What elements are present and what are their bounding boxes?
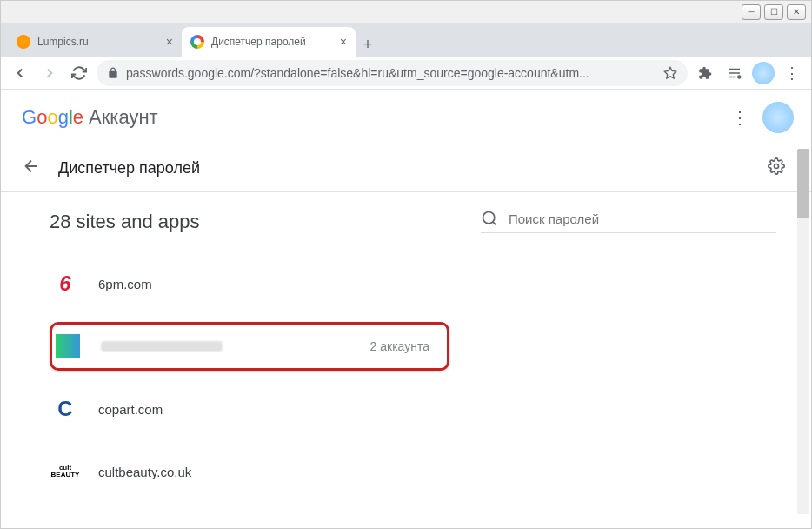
window-titlebar: ─ ☐ ✕	[1, 1, 811, 23]
tab-lumpics[interactable]: Lumpics.ru ×	[8, 27, 182, 57]
sites-count-label: 28 sites and apps	[50, 211, 199, 233]
forward-button[interactable]	[37, 61, 62, 85]
menu-icon[interactable]: ⋮	[780, 61, 804, 85]
close-icon[interactable]: ×	[166, 35, 173, 49]
reload-button[interactable]	[67, 61, 91, 85]
maximize-button[interactable]: ☐	[764, 4, 783, 20]
google-account-header: Google Аккаунт ⋮	[1, 90, 811, 145]
new-tab-button[interactable]: +	[356, 32, 380, 57]
browser-toolbar: passwords.google.com/?standalone=false&h…	[1, 57, 811, 90]
account-count: 2 аккаунта	[370, 339, 429, 353]
site-row-cultbeauty[interactable]: cultBEAUTY cultbeauty.co.uk	[50, 447, 776, 496]
scrollbar-thumb[interactable]	[797, 149, 809, 218]
profile-avatar-small[interactable]	[752, 62, 775, 84]
profile-avatar-large[interactable]	[762, 102, 794, 133]
password-manager-header: Диспетчер паролей	[1, 145, 811, 192]
tab-title: Диспетчер паролей	[211, 36, 333, 48]
favicon-lumpics	[17, 35, 30, 49]
minimize-button[interactable]: ─	[742, 4, 761, 20]
extensions-icon[interactable]	[693, 61, 717, 85]
site-name: copart.com	[98, 402, 759, 417]
site-name: cultbeauty.co.uk	[98, 465, 759, 479]
site-row-highlighted[interactable]: 2 аккаунта	[50, 322, 449, 371]
reading-list-icon[interactable]	[722, 61, 747, 85]
svg-point-0	[738, 76, 741, 78]
gear-icon[interactable]	[768, 157, 785, 179]
page-title: Диспетчер паролей	[58, 159, 200, 177]
back-button[interactable]	[8, 61, 32, 85]
tab-strip: Lumpics.ru × Диспетчер паролей × +	[1, 23, 811, 57]
password-list-area: 28 sites and apps 6 6pm.com 2 аккаунта C…	[1, 192, 811, 528]
lock-icon	[107, 67, 119, 79]
site-favicon: cultBEAUTY	[53, 459, 77, 484]
search-input[interactable]	[509, 211, 776, 226]
favicon-google	[190, 35, 204, 49]
site-favicon: C	[53, 397, 77, 421]
back-arrow-icon[interactable]	[22, 157, 41, 180]
site-row-copart[interactable]: C copart.com	[50, 385, 776, 433]
site-row-6pm[interactable]: 6 6pm.com	[50, 259, 776, 308]
account-label: Аккаунт	[89, 106, 158, 129]
close-icon[interactable]: ×	[340, 35, 347, 49]
svg-point-2	[483, 212, 495, 224]
address-bar[interactable]: passwords.google.com/?standalone=false&h…	[97, 60, 688, 86]
close-window-button[interactable]: ✕	[787, 4, 806, 20]
site-favicon	[56, 334, 80, 358]
url-text: passwords.google.com/?standalone=false&h…	[126, 66, 656, 80]
search-passwords[interactable]	[481, 210, 776, 233]
site-favicon: 6	[53, 271, 77, 296]
site-name-blurred	[101, 341, 349, 352]
google-logo[interactable]: Google Аккаунт	[22, 106, 158, 129]
svg-point-1	[775, 164, 779, 169]
header-menu-icon[interactable]: ⋮	[731, 107, 749, 128]
star-icon[interactable]	[663, 66, 677, 80]
tab-password-manager[interactable]: Диспетчер паролей ×	[182, 27, 356, 57]
tab-title: Lumpics.ru	[37, 36, 159, 48]
search-icon	[481, 210, 498, 227]
site-name: 6pm.com	[98, 277, 759, 291]
